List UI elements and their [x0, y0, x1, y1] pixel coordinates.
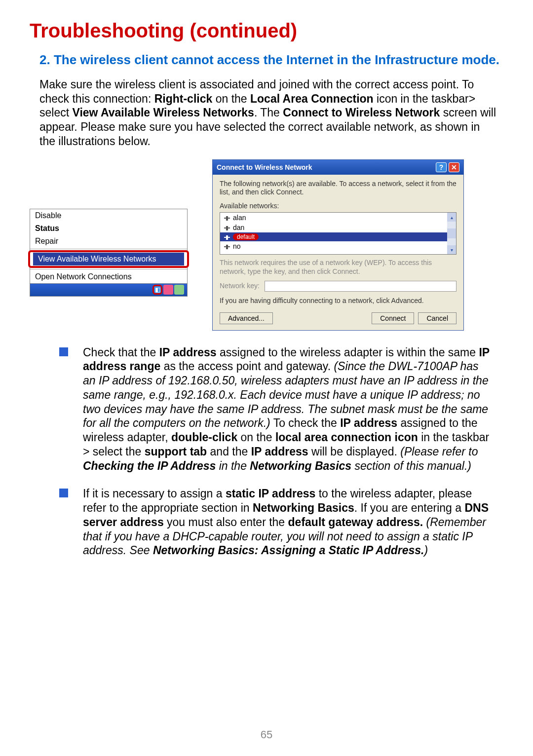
- t: section of this manual.): [351, 459, 471, 472]
- ctx-repair[interactable]: Repair: [30, 235, 187, 248]
- tray-lan-icon[interactable]: ◧: [152, 285, 162, 295]
- network-item-dan[interactable]: dan: [220, 223, 456, 232]
- network-item-no[interactable]: no: [220, 241, 456, 251]
- ctx-view-networks[interactable]: View Available Wireless Networks: [33, 253, 184, 265]
- advanced-button[interactable]: Advanced...: [220, 312, 273, 324]
- intro-t2: on the: [212, 92, 250, 105]
- t: local area connection icon: [275, 431, 418, 444]
- bullet-1-text: Check that the IP address assigned to th…: [83, 345, 494, 473]
- tray-icon-3[interactable]: [174, 285, 184, 295]
- scroll-up-icon[interactable]: ▴: [447, 213, 456, 222]
- available-label: Available networks:: [220, 202, 457, 211]
- network-label: dan: [233, 224, 244, 231]
- page-number: 65: [0, 728, 533, 741]
- taskbar-tray: ◧: [30, 283, 187, 296]
- section-number: 2.: [39, 52, 50, 67]
- t: Networking Basics: [253, 501, 354, 514]
- scrollbar[interactable]: ▴ ▾: [447, 213, 456, 254]
- t: support tab: [145, 445, 207, 458]
- intro-t4: . The: [254, 106, 283, 119]
- bullet-2-text: If it is necessary to assign a static IP…: [83, 487, 494, 558]
- help-button[interactable]: ?: [436, 162, 447, 172]
- t: ): [424, 544, 428, 557]
- t: default gateway address.: [288, 516, 423, 529]
- bullet-icon: [59, 347, 68, 356]
- advanced-note: If you are having difficulty connecting …: [220, 297, 457, 305]
- antenna-icon: [224, 234, 230, 240]
- t: Networking Basics: Assigning a Static IP…: [153, 544, 424, 557]
- t: assigned to the wireless adapter is with…: [217, 346, 479, 359]
- tray-icon-2[interactable]: [163, 285, 173, 295]
- intro-paragraph: Make sure the wireless client is associa…: [39, 77, 498, 149]
- t: and the: [207, 445, 251, 458]
- cancel-button[interactable]: Cancel: [418, 312, 457, 324]
- network-label: no: [233, 242, 241, 250]
- t: IP address: [340, 416, 397, 429]
- page-title: Troubleshooting (continued): [30, 20, 503, 42]
- t: on the: [237, 431, 275, 444]
- connect-dialog: Connect to Wireless Network ? ✕ The foll…: [212, 159, 464, 331]
- dialog-title: Connect to Wireless Network: [217, 163, 312, 171]
- intro-ctwn: Connect to Wireless Network: [283, 106, 440, 119]
- t: To check the: [270, 416, 341, 429]
- bullet-1: Check that the IP address assigned to th…: [59, 345, 494, 473]
- ctx-disable[interactable]: Disable: [30, 209, 187, 222]
- t: . If you are entering a: [354, 501, 465, 514]
- bullet-icon: [59, 489, 68, 497]
- bullet-2: If it is necessary to assign a static IP…: [59, 487, 494, 558]
- intro-rightclick: Right-click: [154, 92, 213, 105]
- t: will be displayed.: [308, 445, 401, 458]
- intro-lac: Local Area Connection: [250, 92, 374, 105]
- intro-vawn: View Available Wireless Networks: [72, 106, 254, 119]
- ctx-status[interactable]: Status: [30, 222, 187, 235]
- network-label-selected: default: [233, 233, 259, 240]
- ctx-highlight-box: View Available Wireless Networks: [28, 250, 189, 268]
- antenna-icon: [224, 243, 230, 249]
- scroll-down-icon[interactable]: ▾: [447, 245, 456, 254]
- t: you must also enter the: [164, 516, 288, 529]
- ctx-divider-2: [30, 269, 187, 269]
- t: If it is necessary to assign a: [83, 487, 226, 500]
- scroll-thumb[interactable]: [447, 228, 456, 238]
- close-button[interactable]: ✕: [449, 162, 459, 172]
- dialog-titlebar: Connect to Wireless Network ? ✕: [213, 160, 463, 175]
- network-item-default[interactable]: default: [220, 232, 456, 241]
- t: Check that the: [83, 346, 159, 359]
- t: static IP address: [226, 487, 315, 500]
- antenna-icon: [224, 225, 230, 230]
- t: IP address: [159, 346, 217, 359]
- network-key-input[interactable]: [265, 281, 457, 292]
- context-menu: Disable Status Repair View Available Wir…: [30, 209, 188, 297]
- t: double-click: [171, 431, 237, 444]
- dialog-intro: The following network(s) are available. …: [220, 180, 457, 197]
- network-key-label: Network key:: [220, 282, 260, 291]
- antenna-icon: [224, 215, 230, 221]
- network-listbox[interactable]: alan dan default no ▴ ▾: [220, 212, 457, 255]
- connect-button[interactable]: Connect: [372, 312, 414, 324]
- t: IP address: [251, 445, 308, 458]
- t: Networking Basics: [250, 459, 351, 472]
- t: in the: [216, 459, 250, 472]
- t: (Please refer to: [400, 445, 478, 458]
- network-item-alan[interactable]: alan: [220, 213, 456, 223]
- ctx-open-connections[interactable]: Open Network Connections: [30, 270, 187, 283]
- section-heading: 2. The wireless client cannot access the…: [39, 52, 503, 69]
- wep-note: This network requires the use of a netwo…: [220, 259, 457, 276]
- section-heading-text: The wireless client cannot access the In…: [54, 52, 499, 67]
- network-label: alan: [233, 214, 246, 222]
- t: Checking the IP Address: [83, 459, 216, 472]
- ctx-divider-1: [30, 249, 187, 249]
- t: as the access point and gateway.: [160, 360, 334, 373]
